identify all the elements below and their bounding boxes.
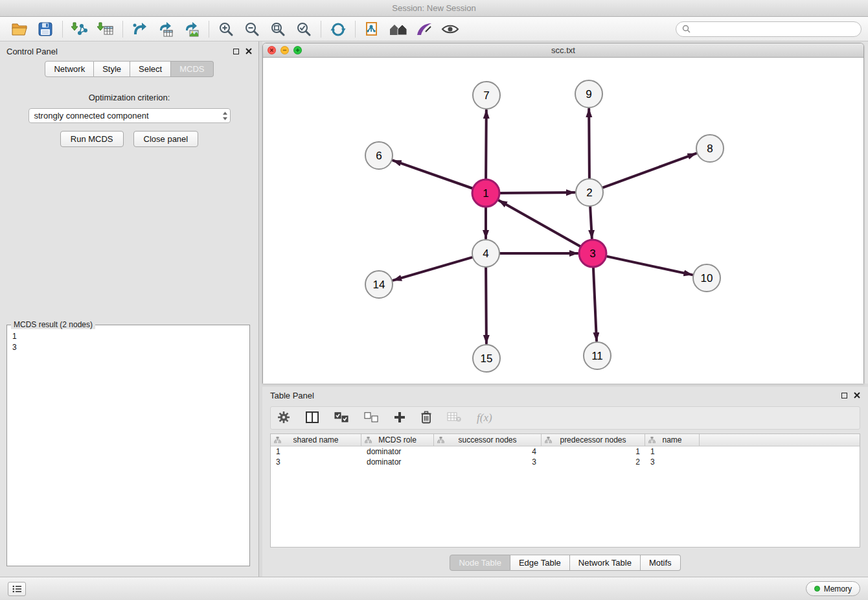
sort-icon[interactable] [437, 437, 444, 443]
graph-edge-4-14[interactable] [393, 257, 473, 281]
refresh-arrows-icon [330, 21, 347, 37]
import-network-icon [71, 21, 88, 37]
export-network-button[interactable] [127, 19, 153, 40]
graph-node-15[interactable]: 15 [473, 345, 500, 372]
export-image-button[interactable] [179, 19, 205, 40]
minimize-window-icon[interactable] [280, 46, 289, 54]
zoom-fit-button[interactable] [265, 19, 291, 40]
column-header-mcds-role[interactable]: MCDS role [361, 434, 434, 446]
network-window-titlebar[interactable]: scc.txt [263, 43, 863, 58]
network-canvas[interactable]: 7968124314101511 [263, 58, 863, 384]
graph-node-7[interactable]: 7 [473, 82, 500, 109]
task-history-button[interactable] [8, 582, 26, 596]
show-columns-button[interactable] [306, 411, 319, 425]
graph-node-11[interactable]: 11 [584, 342, 611, 369]
open-session-button[interactable] [6, 19, 32, 40]
sort-icon[interactable] [274, 437, 281, 443]
deselect-all-button[interactable] [364, 412, 378, 424]
first-neighbors-button[interactable] [360, 19, 385, 40]
table-row[interactable]: 1dominator411 [271, 446, 860, 457]
float-table-panel-icon[interactable] [841, 393, 847, 398]
close-window-icon[interactable] [268, 46, 276, 54]
optimization-criterion-label: Optimization criterion: [0, 93, 258, 102]
table-cell: 3 [434, 457, 542, 467]
graph-edge-4-15[interactable] [486, 267, 486, 343]
import-table-button[interactable] [93, 19, 119, 40]
float-panel-icon[interactable] [233, 49, 239, 54]
style-paint-button[interactable] [411, 19, 437, 40]
search-input[interactable] [694, 25, 855, 34]
import-network-button[interactable] [67, 19, 93, 40]
graph-edge-3-1[interactable] [499, 200, 581, 246]
zoom-out-button[interactable] [239, 19, 265, 40]
function-builder-button[interactable]: f(x) [477, 411, 492, 424]
save-session-button[interactable] [32, 19, 58, 40]
network-graph[interactable]: 7968124314101511 [263, 58, 863, 384]
tab-mcds[interactable]: MCDS [171, 61, 213, 77]
graph-node-10[interactable]: 10 [693, 264, 720, 292]
sort-icon[interactable] [545, 437, 552, 443]
export-image-icon [183, 21, 200, 37]
graph-node-3[interactable]: 3 [579, 240, 606, 267]
tab-node-table[interactable]: Node Table [450, 555, 510, 571]
zoom-in-icon [218, 21, 234, 37]
graph-node-6[interactable]: 6 [365, 142, 393, 169]
graph-edge-1-7[interactable] [486, 110, 486, 179]
mcds-result-line: 3 [12, 342, 244, 353]
maximize-window-icon[interactable] [293, 46, 302, 54]
select-all-button[interactable] [334, 412, 348, 424]
graph-edge-2-9[interactable] [589, 109, 589, 179]
search-box[interactable] [676, 21, 862, 37]
sort-icon[interactable] [365, 437, 372, 443]
zoom-selected-button[interactable] [291, 19, 317, 40]
table-cell: 2 [542, 457, 645, 467]
add-column-button[interactable] [394, 411, 405, 425]
control-panel: Control Panel Network Style Select MCDS … [0, 41, 259, 577]
column-header-successor-nodes[interactable]: successor nodes [434, 434, 542, 446]
zoom-in-button[interactable] [213, 19, 239, 40]
eye-button[interactable] [437, 19, 463, 40]
column-header-predecessor-nodes[interactable]: predecessor nodes [542, 434, 645, 446]
svg-text:4: 4 [483, 248, 488, 260]
graph-node-1[interactable]: 1 [472, 179, 499, 207]
eye-icon [441, 23, 459, 35]
delete-column-button[interactable] [421, 411, 431, 426]
graph-node-4[interactable]: 4 [472, 240, 499, 267]
graph-node-2[interactable]: 2 [576, 179, 603, 206]
graph-edge-2-8[interactable] [602, 154, 696, 188]
close-panel-icon[interactable] [246, 48, 252, 54]
column-header-shared-name[interactable]: shared name [271, 434, 361, 446]
main-toolbar [0, 17, 868, 41]
tab-select[interactable]: Select [130, 61, 171, 77]
close-table-panel-icon[interactable] [854, 392, 860, 398]
delete-table-button[interactable] [447, 411, 461, 424]
tab-edge-table[interactable]: Edge Table [510, 555, 570, 571]
close-panel-button[interactable]: Close panel [133, 131, 199, 147]
apply-layout-button[interactable] [325, 19, 351, 40]
memory-button[interactable]: Memory [806, 581, 860, 596]
graph-edge-1-6[interactable] [393, 161, 474, 189]
tab-network[interactable]: Network [45, 61, 94, 77]
optimization-criterion-select[interactable]: strongly connected component [29, 108, 231, 123]
table-settings-button[interactable] [277, 411, 290, 426]
sort-icon[interactable] [648, 437, 656, 443]
run-mcds-button[interactable]: Run MCDS [60, 131, 124, 147]
tab-network-table[interactable]: Network Table [570, 555, 641, 571]
graph-node-9[interactable]: 9 [575, 80, 602, 108]
graphics-details-button[interactable] [385, 19, 411, 40]
tab-motifs[interactable]: Motifs [641, 555, 681, 571]
export-table-button[interactable] [153, 19, 179, 40]
column-header-name[interactable]: name [645, 434, 700, 446]
graph-node-14[interactable]: 14 [365, 271, 393, 298]
graph-edge-1-2[interactable] [499, 192, 575, 193]
svg-text:8: 8 [707, 143, 713, 155]
table-cell: 3 [645, 457, 700, 467]
graph-edge-3-11[interactable] [593, 267, 597, 341]
list-icon [12, 585, 22, 593]
graph-edge-3-10[interactable] [606, 256, 692, 275]
table-row[interactable]: 3dominator323 [271, 457, 860, 467]
export-table-icon [157, 21, 174, 37]
tab-style[interactable]: Style [94, 61, 130, 77]
graph-edge-2-3[interactable] [590, 206, 592, 238]
graph-node-8[interactable]: 8 [696, 135, 724, 162]
